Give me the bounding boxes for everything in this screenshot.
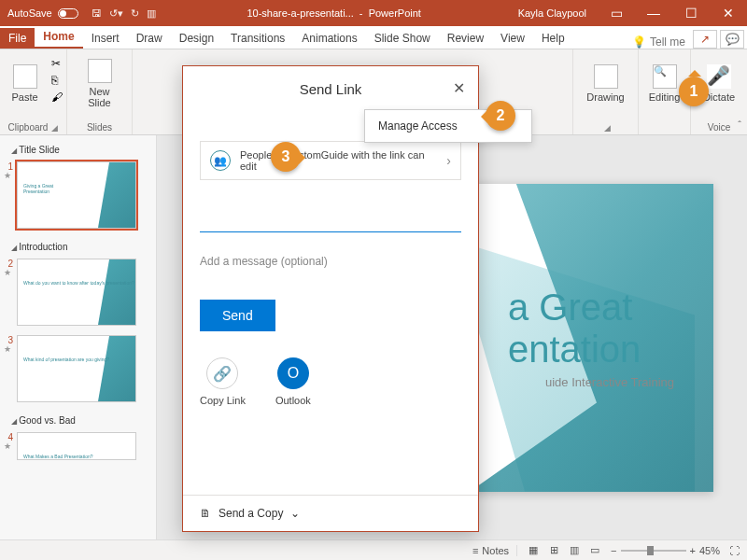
- save-icon[interactable]: 🖫: [92, 7, 102, 20]
- tab-animations[interactable]: Animations: [293, 28, 365, 49]
- collapse-ribbon-icon[interactable]: ˆ: [738, 119, 741, 131]
- new-slide-button[interactable]: New Slide: [79, 53, 120, 113]
- title-bar: AutoSave 🖫 ↺▾ ↻ ▥ 10-share-a-presentati.…: [0, 0, 747, 26]
- lightbulb-icon: 💡: [632, 35, 646, 49]
- outlook-label: Outlook: [275, 395, 311, 406]
- slide-thumbnail-4[interactable]: What Makes a Bad Presentation?: [17, 432, 136, 460]
- close-icon[interactable]: ✕: [453, 79, 465, 97]
- format-painter-icon[interactable]: 🖌: [51, 91, 63, 104]
- tab-design[interactable]: Design: [171, 28, 222, 49]
- copy-link-button[interactable]: 🔗 Copy Link: [200, 357, 246, 406]
- tab-draw[interactable]: Draw: [128, 28, 171, 49]
- thumb-text: Giving a Great Presentation: [23, 183, 53, 194]
- tab-home[interactable]: Home: [35, 26, 82, 49]
- link-icon: 🔗: [206, 357, 238, 389]
- drawing-button[interactable]: Drawing: [585, 53, 627, 113]
- zoom-out-icon[interactable]: −: [611, 545, 616, 556]
- section-introduction[interactable]: Introduction: [4, 238, 152, 256]
- tab-insert[interactable]: Insert: [83, 28, 128, 49]
- tab-slideshow[interactable]: Slide Show: [366, 28, 439, 49]
- chevron-right-icon: ›: [446, 153, 451, 168]
- send-a-copy-button[interactable]: 🗎 Send a Copy ⌄: [183, 495, 478, 531]
- share-button[interactable]: ↗: [693, 30, 717, 49]
- drawing-launcher-icon[interactable]: ◢: [604, 123, 611, 133]
- new-slide-label: New Slide: [88, 86, 110, 108]
- normal-view-icon[interactable]: ▦: [523, 544, 543, 556]
- tab-review[interactable]: Review: [439, 28, 492, 49]
- slides-group-label: Slides: [87, 122, 112, 133]
- animation-star-icon: ★: [4, 442, 13, 450]
- thumb-text: What Makes a Bad Presentation?: [23, 454, 93, 459]
- app-name: PowerPoint: [369, 7, 421, 19]
- outlook-button[interactable]: O Outlook: [275, 357, 311, 406]
- maximize-icon[interactable]: ☐: [672, 6, 710, 21]
- people-icon: 👥: [210, 150, 231, 171]
- animation-star-icon: ★: [4, 172, 13, 179]
- tell-me[interactable]: 💡 Tell me: [625, 35, 693, 49]
- start-slideshow-icon[interactable]: ▥: [147, 7, 156, 20]
- outlook-icon: O: [277, 357, 309, 389]
- page-icon: 🗎: [200, 507, 211, 520]
- slide-thumbnail-2[interactable]: What do you want to know after today's p…: [17, 259, 136, 326]
- tab-file[interactable]: File: [0, 28, 35, 49]
- user-name[interactable]: Kayla Claypool: [507, 7, 598, 19]
- close-icon[interactable]: ✕: [710, 6, 747, 21]
- comments-button[interactable]: 💬: [720, 30, 744, 49]
- cut-icon[interactable]: ✂: [51, 57, 63, 70]
- voice-group-label: Voice: [708, 122, 730, 133]
- clipboard-icon: [13, 64, 37, 89]
- ribbon-options-icon[interactable]: ▭: [598, 6, 635, 21]
- find-icon: 🔍: [653, 64, 677, 89]
- slide-thumbnails-panel[interactable]: Title Slide 1★ Giving a Great Presentati…: [0, 135, 157, 539]
- sorter-view-icon[interactable]: ⊞: [543, 544, 564, 556]
- clipboard-launcher-icon[interactable]: ◢: [51, 123, 58, 133]
- autosave-label: AutoSave: [7, 7, 52, 19]
- section-title-slide[interactable]: Title Slide: [4, 141, 152, 159]
- send-button[interactable]: Send: [200, 300, 275, 331]
- drawing-label: Drawing: [586, 91, 624, 103]
- new-slide-icon: [88, 59, 112, 83]
- zoom-value[interactable]: 45%: [699, 545, 720, 556]
- autosave-toggle[interactable]: [58, 8, 78, 19]
- zoom-in-icon[interactable]: +: [690, 545, 696, 556]
- status-bar: ≡Notes ▦ ⊞ ▥ ▭ − + 45% ⛶: [0, 539, 747, 560]
- slide-title-text[interactable]: a Great entation: [508, 287, 641, 371]
- slide-thumbnail-3[interactable]: What kind of presentation are you giving…: [17, 335, 136, 402]
- tell-me-label: Tell me: [650, 35, 685, 49]
- undo-icon[interactable]: ↺▾: [109, 7, 123, 20]
- menu-bar: File Home Insert Draw Design Transitions…: [0, 26, 747, 49]
- editing-button[interactable]: 🔍 Editing: [644, 53, 685, 113]
- tab-view[interactable]: View: [492, 28, 533, 49]
- microphone-icon: 🎤: [707, 64, 731, 89]
- copy-icon[interactable]: ⎘: [51, 74, 63, 87]
- link-permissions-button[interactable]: 👥 People in CustomGuide with the link ca…: [200, 141, 461, 180]
- redo-icon[interactable]: ↻: [131, 7, 139, 20]
- thumb-text: What do you want to know after today's p…: [23, 280, 134, 286]
- recipients-input[interactable]: [200, 210, 461, 232]
- tab-transitions[interactable]: Transitions: [222, 28, 293, 49]
- shapes-icon: [594, 64, 618, 89]
- chevron-down-icon: ⌄: [290, 507, 300, 520]
- zoom-slider[interactable]: [621, 550, 686, 552]
- slide-subtitle-text[interactable]: uide Interactive Training: [545, 375, 674, 389]
- notes-icon: ≡: [472, 545, 478, 556]
- minimize-icon[interactable]: —: [635, 6, 672, 21]
- tab-help[interactable]: Help: [533, 28, 573, 49]
- notes-button[interactable]: ≡Notes: [472, 545, 517, 556]
- dialog-title: Send Link: [300, 81, 362, 97]
- slideshow-view-icon[interactable]: ▭: [585, 544, 605, 556]
- send-link-dialog: Send Link ✕ ⋯ Manage Access 👥 People in …: [182, 65, 479, 532]
- callout-3: 3: [271, 142, 301, 172]
- animation-star-icon: ★: [4, 269, 13, 276]
- section-good-vs-bad[interactable]: Good vs. Bad: [4, 412, 152, 429]
- notes-label: Notes: [482, 545, 509, 556]
- thumb-text: What kind of presentation are you giving…: [23, 357, 109, 362]
- slide-thumbnail-1[interactable]: Giving a Great Presentation: [17, 161, 136, 229]
- send-copy-label: Send a Copy: [218, 507, 283, 520]
- message-input[interactable]: Add a message (optional): [200, 255, 461, 268]
- editing-label: Editing: [649, 91, 681, 103]
- document-title: 10-share-a-presentati...: [247, 7, 353, 19]
- fit-to-window-icon[interactable]: ⛶: [729, 545, 740, 556]
- paste-button[interactable]: Paste: [5, 53, 46, 113]
- reading-view-icon[interactable]: ▥: [564, 544, 585, 556]
